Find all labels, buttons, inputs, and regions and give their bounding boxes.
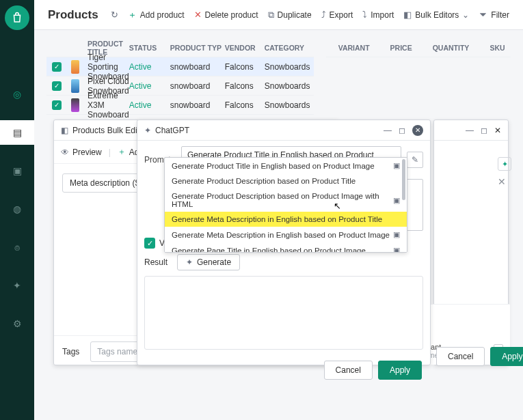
nav-money-icon[interactable]: ◎ <box>0 82 34 107</box>
product-category: Snowboards <box>265 81 314 91</box>
vision-checkbox[interactable]: ✓ <box>144 238 155 249</box>
app-logo[interactable] <box>5 5 29 30</box>
panel-cancel-button[interactable]: Cancel <box>436 347 485 366</box>
variant-table: VARIANT PRICE QUANTITY SKU <box>326 38 511 115</box>
bulk-editors-button[interactable]: ◧Bulk Editors ⌄ <box>403 10 469 20</box>
panel-apply-button[interactable]: Apply <box>490 347 523 366</box>
gpt-apply-button[interactable]: Apply <box>378 361 422 380</box>
edit-prompt-button[interactable]: ✎ <box>407 152 423 168</box>
variant-panel: — ◻ ✕ Compare at price Cost per item Cha… <box>433 120 509 365</box>
bulk-title: Products Bulk Editor <box>72 126 147 135</box>
col-status[interactable]: STATUS <box>129 44 170 52</box>
product-type: snowboard <box>170 62 225 72</box>
row-checkbox[interactable]: ✓ <box>52 62 62 72</box>
bulk-icon: ◧ <box>61 126 68 135</box>
table-row[interactable]: ✓Extreme X3M SnowboardActivesnowboardFal… <box>46 96 314 115</box>
product-category: Snowboards <box>265 100 314 110</box>
nav-doc-icon[interactable]: ▤ <box>0 120 34 145</box>
tags-label: Tags <box>62 347 79 356</box>
product-thumb <box>71 79 79 93</box>
refresh-button[interactable]: ↻ <box>111 10 118 20</box>
product-table: PRODUCT TITLE STATUS PRODUCT TYP VENDOR … <box>46 38 314 115</box>
filter-button[interactable]: ⏷Filter <box>479 10 509 20</box>
product-thumb <box>71 98 79 112</box>
maximize-button[interactable]: ◻ <box>399 126 405 135</box>
dropdown-item[interactable]: Generate Page Title in English based on … <box>165 242 407 253</box>
image-icon: ▣ <box>393 196 400 205</box>
image-icon: ▣ <box>393 230 400 239</box>
minimize-button[interactable]: — <box>384 126 392 135</box>
duplicate-button[interactable]: ⧉Duplicate <box>268 10 312 20</box>
product-type: snowboard <box>170 81 225 91</box>
row-checkbox[interactable]: ✓ <box>52 100 62 110</box>
col-sku[interactable]: SKU <box>490 44 505 52</box>
product-vendor: Falcons <box>225 100 265 110</box>
product-type: snowboard <box>170 100 225 110</box>
gpt-cancel-button[interactable]: Cancel <box>324 361 373 380</box>
nav-ai-icon[interactable]: ✦ <box>0 273 34 298</box>
product-vendor: Falcons <box>225 81 265 91</box>
export-button[interactable]: ⤴Export <box>321 10 353 20</box>
preview-button[interactable]: 👁Preview <box>61 148 102 157</box>
dropdown-item[interactable]: Generate Meta Description in English bas… <box>165 212 407 227</box>
var-maximize[interactable]: ◻ <box>481 126 487 135</box>
delete-product-button[interactable]: ✕Delete product <box>194 10 258 20</box>
col-qty[interactable]: QUANTITY <box>433 44 470 52</box>
product-title: Extreme X3M Snowboard <box>83 91 129 120</box>
ai-side-button[interactable]: ✦ <box>498 157 511 171</box>
col-type[interactable]: PRODUCT TYP <box>170 44 225 52</box>
row-checkbox[interactable]: ✓ <box>52 81 62 91</box>
table-row[interactable]: ✓Tiger Sporting SnowboardActivesnowboard… <box>46 57 314 76</box>
result-textarea[interactable] <box>144 276 423 350</box>
chatgpt-icon: ✦ <box>144 126 151 135</box>
prompt-dropdown: Generate Product Title in English based … <box>164 157 407 253</box>
nav-blank[interactable] <box>0 44 34 68</box>
col-category[interactable]: CATEGORY <box>265 44 314 52</box>
add-product-button[interactable]: ＋Add product <box>128 9 185 21</box>
product-thumb <box>71 60 79 74</box>
col-variant[interactable]: VARIANT <box>338 44 370 52</box>
toolbar: Products ↻ ＋Add product ✕Delete product … <box>34 0 523 30</box>
import-button[interactable]: ⤵Import <box>362 10 394 20</box>
close-button[interactable]: ✕ <box>412 125 423 136</box>
image-icon: ▣ <box>393 161 400 170</box>
scrollbar[interactable] <box>402 159 405 200</box>
page-title: Products <box>48 8 98 22</box>
product-status: Active <box>129 81 170 91</box>
product-vendor: Falcons <box>225 62 265 72</box>
nav-link-icon[interactable]: ⌾ <box>0 235 34 260</box>
nav-gear-icon[interactable]: ⚙ <box>0 311 34 336</box>
product-status: Active <box>129 62 170 72</box>
dropdown-item[interactable]: Generate Meta Description in English bas… <box>165 227 407 242</box>
col-price[interactable]: PRICE <box>390 44 412 52</box>
product-category: Snowboards <box>265 62 314 72</box>
product-status: Active <box>129 100 170 110</box>
image-icon: ▣ <box>393 246 400 253</box>
var-minimize[interactable]: — <box>466 126 474 135</box>
result-label: Result <box>144 257 167 267</box>
chatgpt-title: ChatGPT <box>155 126 189 135</box>
col-vendor[interactable]: VENDOR <box>225 44 265 52</box>
dropdown-item[interactable]: Generate Product Description based on Pr… <box>165 188 407 212</box>
generate-button[interactable]: ✦Generate <box>177 254 240 270</box>
nav-pin-icon[interactable]: ◍ <box>0 197 34 221</box>
remove-line-button[interactable]: ✕ <box>498 176 506 187</box>
var-close[interactable]: ✕ <box>494 126 501 135</box>
dropdown-item[interactable]: Generate Product Title in English based … <box>165 158 407 173</box>
sidebar: ◎ ▤ ▣ ◍ ⌾ ✦ ⚙ <box>0 0 34 420</box>
dropdown-item[interactable]: Generate Product Description based on Pr… <box>165 173 407 188</box>
nav-box-icon[interactable]: ▣ <box>0 158 34 183</box>
